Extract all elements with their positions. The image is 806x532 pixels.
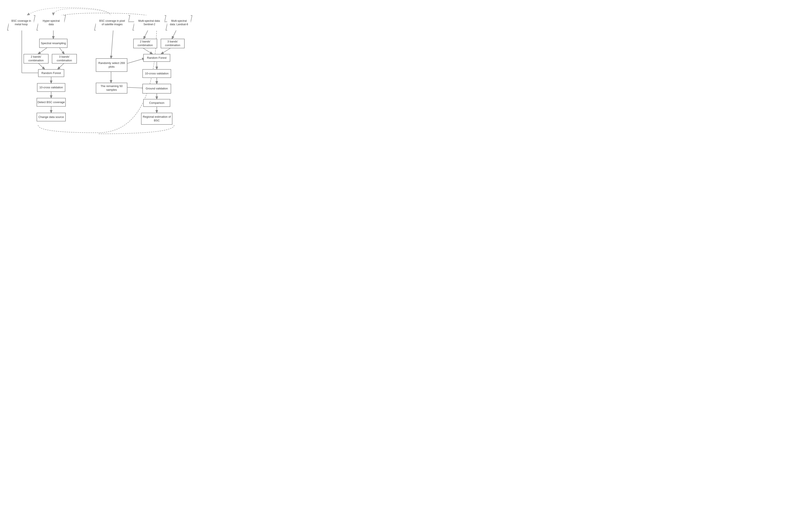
change-data-node: Change data source xyxy=(37,113,66,121)
spectral-resampling-label: Spectral resampling xyxy=(41,41,66,45)
bands2-right-node: 2 bands' combination xyxy=(133,39,157,48)
hyper-spectral-label: Hyper-spectral data xyxy=(38,19,64,27)
detect-bsc-node: Detect BSC coverage xyxy=(37,98,66,107)
crossval-left-node: 10-cross validation xyxy=(37,83,65,92)
sentinel-node: Multi-spectral data: Sentinel-2 xyxy=(134,15,165,31)
svg-line-2 xyxy=(59,48,64,54)
landsat-label: Multi-spectral data: Landsat-8 xyxy=(167,19,191,27)
rf-left-label: Random Forest xyxy=(41,71,61,75)
comparison-node: Comparison xyxy=(143,99,170,107)
svg-line-13 xyxy=(161,48,171,54)
bands2-left-label: 2 bands' combination xyxy=(24,55,48,62)
detect-bsc-label: Detect BSC coverage xyxy=(37,100,65,104)
bands3-right-label: 3 bands' combination xyxy=(161,40,184,47)
svg-line-3 xyxy=(38,63,44,69)
bsc-pixel-node: BSC coverage in pixel of satellite image… xyxy=(96,15,128,31)
svg-line-20 xyxy=(111,30,113,58)
bands3-left-node: 3 bands' combination xyxy=(52,54,77,63)
regional-label: Regional estimation of BSC xyxy=(142,115,172,122)
crossval-right-node: 10-cross validation xyxy=(142,69,171,78)
svg-line-11 xyxy=(172,30,176,39)
hyper-spectral-node: Hyper-spectral data xyxy=(38,15,64,31)
change-data-label: Change data source xyxy=(38,115,64,119)
random-select-label: Randomly select 269 plots xyxy=(96,61,127,69)
bands3-left-label: 3 bands' combination xyxy=(52,55,76,62)
svg-line-10 xyxy=(144,30,148,39)
bands3-right-node: 3 bands' combination xyxy=(161,39,185,48)
svg-line-1 xyxy=(38,48,48,54)
rf-right-label: Random Forest xyxy=(147,56,167,60)
ground-val-node: Ground validation xyxy=(142,84,171,94)
sentinel-label: Multi-spectral data: Sentinel-2 xyxy=(134,19,165,27)
spectral-resampling-node: Spectral resampling xyxy=(39,39,68,48)
ground-val-label: Ground validation xyxy=(146,87,168,91)
flowchart: BSC coverage in metal hoop Hyper-spectra… xyxy=(4,4,191,131)
bands2-left-node: 2 bands' combination xyxy=(23,54,49,63)
svg-line-4 xyxy=(58,63,64,69)
random-select-node: Randomly select 269 plots xyxy=(96,58,127,72)
rf-right-node: Random Forest xyxy=(143,54,170,62)
svg-line-12 xyxy=(143,48,152,54)
rf-left-node: Random Forest xyxy=(38,69,64,77)
remaining-label: The remaining 50 samples xyxy=(96,84,127,92)
bsc-pixel-label: BSC coverage in pixel of satellite image… xyxy=(96,19,128,27)
remaining-node: The remaining 50 samples xyxy=(96,83,127,94)
crossval-right-label: 10-cross validation xyxy=(145,72,168,76)
bsc-metal-hoop-node: BSC coverage in metal hoop xyxy=(9,15,34,31)
bands2-right-label: 2 bands' combination xyxy=(134,40,157,47)
bsc-metal-hoop-label: BSC coverage in metal hoop xyxy=(9,19,34,27)
landsat-node: Multi-spectral data: Landsat-8 xyxy=(167,15,191,31)
regional-node: Regional estimation of BSC xyxy=(141,113,172,125)
crossval-left-label: 10-cross validation xyxy=(39,86,63,90)
comparison-label: Comparison xyxy=(149,101,164,105)
